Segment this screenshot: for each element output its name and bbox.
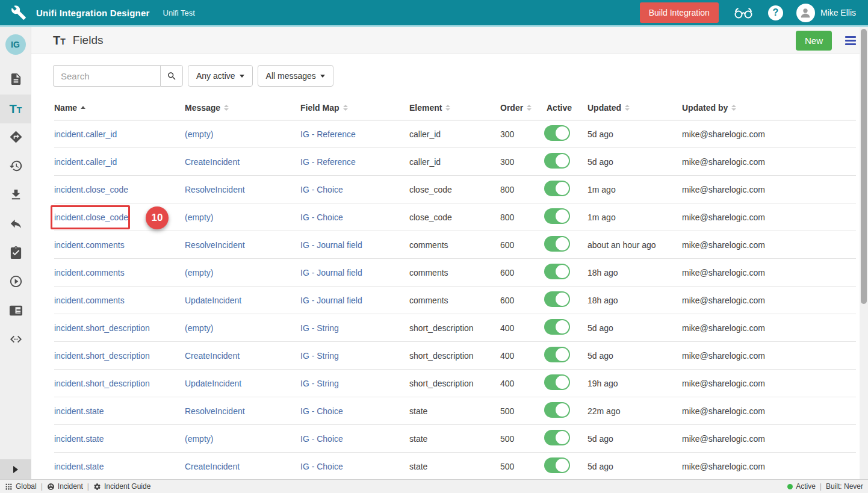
field-map-link[interactable]: IG - Journal field: [300, 240, 362, 250]
message-link[interactable]: (empty): [185, 323, 213, 333]
active-toggle[interactable]: [544, 208, 570, 224]
element-value: caller_id: [409, 157, 500, 167]
field-name-link[interactable]: incident.close_code: [54, 212, 128, 222]
active-toggle[interactable]: [544, 319, 570, 335]
field-map-link[interactable]: IG - Reference: [300, 157, 356, 167]
sidebar-item-run[interactable]: [0, 268, 31, 297]
field-map-link[interactable]: IG - Choice: [300, 462, 343, 471]
process-indicator[interactable]: Incident: [47, 482, 83, 491]
order-value: 400: [500, 351, 547, 361]
field-name-link[interactable]: incident.state: [54, 406, 104, 416]
column-header-updated-by[interactable]: Updated by: [682, 103, 856, 113]
field-name-link[interactable]: incident.short_description: [54, 351, 150, 361]
help-icon[interactable]: ?: [768, 5, 783, 20]
sidebar-item-code[interactable]: [0, 326, 31, 355]
field-name-link[interactable]: incident.caller_id: [54, 157, 117, 167]
active-toggle[interactable]: [544, 291, 570, 307]
new-button[interactable]: New: [796, 31, 832, 51]
document-icon: [9, 72, 23, 88]
column-header-updated[interactable]: Updated: [587, 103, 682, 113]
active-toggle[interactable]: [544, 457, 570, 473]
field-map-link[interactable]: IG - Journal field: [300, 296, 362, 305]
message-link[interactable]: ResolveIncident: [185, 185, 245, 194]
page-title: Fields: [73, 34, 104, 47]
active-filter-dropdown[interactable]: Any active: [188, 65, 253, 87]
field-name-link[interactable]: incident.comments: [54, 268, 125, 278]
search-input[interactable]: [53, 65, 160, 87]
guide-indicator[interactable]: Incident Guide: [93, 482, 150, 491]
message-filter-dropdown[interactable]: All messages: [258, 65, 333, 87]
sidebar-item-tasks[interactable]: [0, 239, 31, 268]
message-link[interactable]: (empty): [185, 268, 213, 278]
message-link[interactable]: UpdateIncident: [185, 379, 241, 388]
message-link[interactable]: CreateIncident: [185, 462, 240, 471]
field-map-link[interactable]: IG - Journal field: [300, 268, 362, 278]
column-header-element[interactable]: Element: [409, 103, 500, 113]
message-link[interactable]: (empty): [185, 129, 213, 139]
field-map-link[interactable]: IG - String: [300, 351, 339, 361]
field-name-link[interactable]: incident.comments: [54, 240, 125, 250]
message-link[interactable]: CreateIncident: [185, 157, 240, 167]
hamburger-menu-icon[interactable]: [845, 36, 856, 45]
tasks-icon: [9, 246, 23, 262]
field-map-link[interactable]: IG - String: [300, 323, 339, 333]
message-link[interactable]: ResolveIncident: [185, 406, 245, 416]
user-menu[interactable]: Mike Ellis: [796, 4, 856, 22]
status-bar: Global | Incident | Incident Guide Activ…: [0, 479, 868, 493]
scrollbar-thumb[interactable]: [861, 29, 867, 304]
sidebar-item-fields[interactable]: TT: [0, 95, 31, 123]
message-link[interactable]: (empty): [185, 434, 213, 444]
message-link[interactable]: UpdateIncident: [185, 296, 241, 305]
active-toggle[interactable]: [544, 125, 570, 141]
sidebar-expand-button[interactable]: [0, 459, 31, 479]
field-name-link[interactable]: incident.state: [54, 434, 104, 444]
column-header-order[interactable]: Order: [500, 103, 547, 113]
active-toggle[interactable]: [544, 402, 570, 418]
message-link[interactable]: CreateIncident: [185, 351, 240, 361]
sidebar-item-documents[interactable]: [0, 66, 31, 95]
column-header-field-map[interactable]: Field Map: [300, 103, 409, 113]
sort-ascending-icon: [81, 106, 85, 109]
field-map-link[interactable]: IG - Choice: [300, 434, 343, 444]
column-header-message[interactable]: Message: [185, 103, 300, 113]
integration-avatar[interactable]: IG: [5, 34, 26, 55]
active-toggle[interactable]: [544, 347, 570, 362]
field-name-link[interactable]: incident.comments: [54, 296, 125, 305]
field-name-link[interactable]: incident.short_description: [54, 323, 150, 333]
active-toggle[interactable]: [544, 236, 570, 252]
build-integration-button[interactable]: Build Integration: [640, 2, 719, 23]
field-map-link[interactable]: IG - String: [300, 379, 339, 388]
active-toggle[interactable]: [544, 430, 570, 445]
preview-glasses-icon[interactable]: [733, 6, 754, 19]
vertical-scrollbar[interactable]: [860, 27, 868, 479]
active-toggle[interactable]: [544, 264, 570, 279]
active-toggle[interactable]: [544, 374, 570, 390]
sidebar-item-field-maps[interactable]: [0, 123, 31, 152]
integration-name[interactable]: Unifi Test: [163, 8, 195, 17]
integration-status: Active: [787, 482, 816, 491]
order-value: 800: [500, 212, 547, 222]
updated-value: 5d ago: [587, 129, 682, 139]
search-button[interactable]: [160, 65, 183, 87]
sort-icon: [224, 105, 229, 111]
field-name-link[interactable]: incident.caller_id: [54, 129, 117, 139]
message-link[interactable]: (empty): [185, 212, 213, 222]
sidebar-item-documentation[interactable]: [0, 297, 31, 326]
order-value: 500: [500, 406, 547, 416]
field-name-link[interactable]: incident.short_description: [54, 379, 150, 388]
field-map-link[interactable]: IG - Choice: [300, 212, 343, 222]
active-toggle[interactable]: [544, 153, 570, 169]
order-value: 800: [500, 185, 547, 194]
field-name-link[interactable]: incident.close_code: [54, 185, 128, 194]
active-toggle[interactable]: [544, 181, 570, 196]
field-map-link[interactable]: IG - Choice: [300, 185, 343, 194]
field-map-link[interactable]: IG - Reference: [300, 129, 356, 139]
field-name-link[interactable]: incident.state: [54, 462, 104, 471]
message-link[interactable]: ResolveIncident: [185, 240, 245, 250]
sidebar-item-download[interactable]: [0, 181, 31, 210]
sidebar-item-history[interactable]: [0, 152, 31, 181]
sidebar-item-response[interactable]: [0, 210, 31, 239]
column-header-name[interactable]: Name: [54, 103, 185, 113]
field-map-link[interactable]: IG - Choice: [300, 406, 343, 416]
scope-indicator[interactable]: Global: [5, 482, 37, 491]
